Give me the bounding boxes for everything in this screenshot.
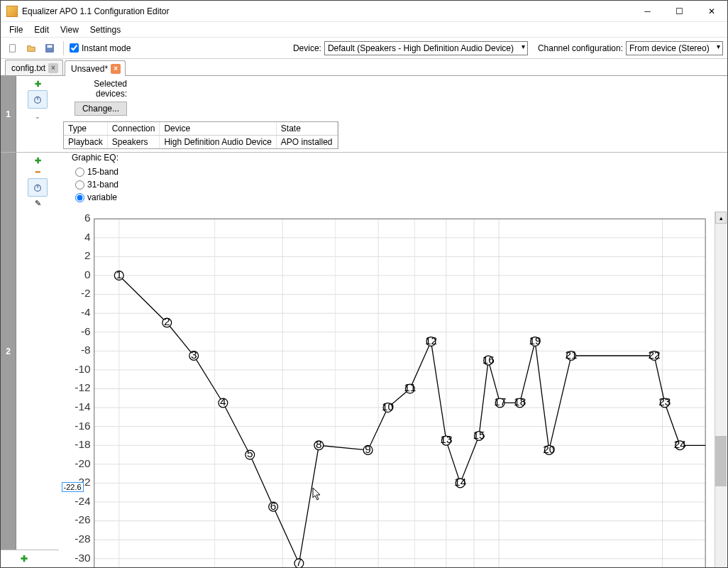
svg-rect-0 — [10, 44, 16, 52]
svg-text:6: 6 — [270, 499, 277, 511]
svg-text:21: 21 — [566, 349, 578, 361]
tab-unsaved[interactable]: Unsaved* × — [65, 60, 126, 76]
menubar: File Edit View Settings — [1, 22, 727, 38]
eq-chart[interactable]: -38-36-34-32-30-28-26-24-22-20-18-16-14-… — [59, 211, 727, 567]
menu-edit[interactable]: Edit — [28, 23, 55, 36]
menu-settings[interactable]: Settings — [84, 23, 126, 36]
row-number: 2 — [1, 153, 16, 550]
svg-text:17: 17 — [494, 395, 506, 408]
add-row-icon[interactable]: ✚ — [21, 554, 28, 564]
svg-rect-82 — [94, 219, 705, 567]
svg-text:8: 8 — [316, 438, 322, 450]
chevron-down-icon[interactable]: ⌄ — [35, 113, 40, 120]
svg-text:23: 23 — [658, 395, 671, 408]
svg-text:22: 22 — [648, 349, 660, 361]
svg-text:11: 11 — [404, 381, 416, 393]
scroll-thumb[interactable] — [715, 436, 727, 487]
titlebar: Equalizer APO 1.1 Configuration Editor ─… — [1, 1, 727, 22]
vertical-scrollbar[interactable]: ▴ ▾ — [715, 212, 727, 567]
row-number: 1 — [1, 76, 16, 152]
remove-icon[interactable]: ━ — [33, 167, 43, 177]
change-button[interactable]: Change... — [75, 102, 127, 116]
svg-text:-24: -24 — [75, 495, 91, 507]
svg-text:2: 2 — [84, 249, 91, 261]
svg-text:4: 4 — [220, 395, 226, 408]
svg-text:-4: -4 — [81, 306, 91, 318]
power-button[interactable] — [28, 178, 48, 197]
svg-text:-16: -16 — [75, 420, 90, 432]
app-icon — [6, 6, 18, 17]
row-controls: ✚ ⌄ — [16, 76, 59, 152]
device-row[interactable]: Playback Speakers High Definition Audio … — [64, 136, 337, 149]
open-file-button[interactable] — [23, 40, 39, 56]
svg-text:18: 18 — [514, 395, 526, 408]
menu-view[interactable]: View — [55, 23, 84, 36]
tab-close-icon[interactable]: × — [111, 64, 121, 74]
svg-text:19: 19 — [529, 334, 541, 346]
graphic-eq-label: Graphic EQ: — [72, 153, 118, 163]
svg-text:4: 4 — [84, 231, 91, 243]
tab-close-icon[interactable]: × — [48, 63, 58, 73]
save-file-button[interactable] — [42, 40, 57, 56]
col-connection: Connection — [107, 122, 160, 136]
svg-text:24: 24 — [674, 438, 687, 450]
row-controls: ✚ ━ ✎ — [16, 153, 59, 550]
svg-text:16: 16 — [482, 353, 495, 365]
chanconf-select[interactable]: From device (Stereo) — [626, 41, 723, 55]
svg-text:12: 12 — [425, 334, 437, 346]
col-device: Device — [160, 122, 276, 136]
svg-text:14: 14 — [454, 476, 467, 488]
device-table: Type Connection Device State Playback Sp… — [63, 121, 338, 149]
svg-text:2: 2 — [164, 315, 170, 327]
svg-text:-26: -26 — [75, 513, 90, 525]
tab-label: config.txt — [11, 63, 45, 73]
window-title: Equalizer APO 1.1 Configuration Editor — [22, 6, 632, 16]
toolbar-separator — [63, 41, 64, 55]
menu-file[interactable]: File — [4, 23, 28, 36]
y-value-edit[interactable]: -22.6 — [62, 482, 84, 492]
svg-text:-28: -28 — [75, 532, 90, 545]
col-state: State — [276, 122, 337, 136]
col-type: Type — [64, 122, 107, 136]
add-icon[interactable]: ✚ — [33, 79, 43, 89]
band15-radio[interactable]: 15-band — [75, 167, 118, 177]
instant-mode-input[interactable] — [70, 43, 79, 53]
minimize-button[interactable]: ─ — [632, 1, 663, 21]
selected-devices-label: Selected devices: — [63, 79, 127, 99]
svg-text:3: 3 — [191, 349, 197, 361]
svg-text:-10: -10 — [75, 363, 90, 375]
device-label: Device: — [293, 43, 321, 53]
tabstrip: config.txt × Unsaved* × — [1, 59, 727, 76]
svg-text:1: 1 — [116, 268, 122, 280]
tab-config[interactable]: config.txt × — [5, 60, 63, 75]
power-button[interactable] — [28, 90, 48, 109]
device-select[interactable]: Default (Speakers - High Definition Audi… — [324, 41, 528, 55]
svg-text:6: 6 — [84, 212, 91, 224]
new-file-button[interactable] — [5, 40, 21, 56]
svg-text:5: 5 — [247, 447, 253, 459]
variable-radio[interactable]: variable — [75, 192, 118, 202]
instant-mode-label: Instant mode — [82, 43, 131, 53]
svg-text:0: 0 — [84, 268, 91, 280]
close-button[interactable]: ✕ — [695, 1, 727, 21]
scroll-up-icon[interactable]: ▴ — [715, 212, 727, 224]
svg-text:-30: -30 — [75, 552, 90, 564]
add-icon[interactable]: ✚ — [33, 155, 43, 165]
svg-text:13: 13 — [440, 433, 452, 445]
maximize-button[interactable]: ☐ — [663, 1, 695, 21]
svg-text:7: 7 — [296, 556, 302, 567]
svg-text:-20: -20 — [75, 457, 90, 469]
svg-text:15: 15 — [473, 429, 485, 441]
svg-text:9: 9 — [365, 443, 371, 455]
svg-text:-18: -18 — [75, 438, 90, 450]
svg-rect-2 — [48, 45, 53, 48]
tab-label: Unsaved* — [71, 64, 108, 74]
band31-radio[interactable]: 31-band — [75, 180, 118, 190]
instant-mode-checkbox[interactable]: Instant mode — [70, 43, 131, 53]
svg-text:-6: -6 — [81, 325, 91, 337]
filter-row-1: 1 ✚ ⌄ Selected devices: Change... Type C… — [1, 76, 727, 153]
svg-text:-8: -8 — [81, 344, 91, 356]
svg-text:-12: -12 — [75, 381, 90, 393]
edit-icon[interactable]: ✎ — [33, 198, 43, 208]
svg-text:10: 10 — [382, 400, 394, 413]
